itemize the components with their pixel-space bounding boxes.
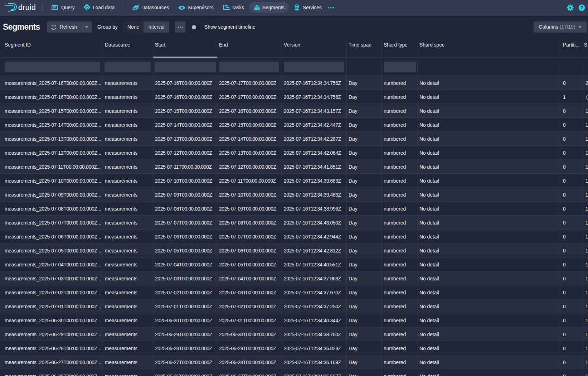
svg-text:?: ?	[580, 5, 583, 10]
